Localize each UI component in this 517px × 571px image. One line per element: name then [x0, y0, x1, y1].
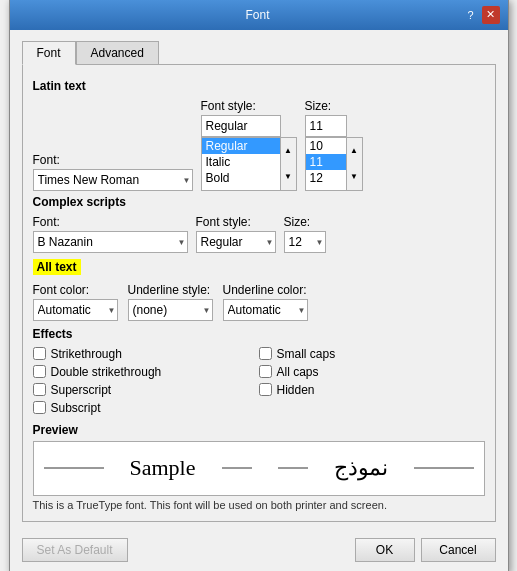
preview-line-right — [414, 467, 474, 469]
size-scrollbar[interactable]: ▲ ▼ — [347, 137, 363, 191]
hidden-row: Hidden — [259, 383, 485, 397]
size-scroll-down[interactable]: ▼ — [347, 164, 362, 190]
complex-scripts-label: Complex scripts — [33, 195, 485, 209]
latin-text-label: Latin text — [33, 79, 485, 93]
style-listbox[interactable]: Regular Italic Bold — [201, 137, 281, 191]
help-button[interactable]: ? — [462, 6, 480, 24]
style-scroll-down[interactable]: ▼ — [281, 164, 296, 190]
all-text-label: All text — [33, 259, 81, 275]
style-label: Font style: — [201, 99, 297, 113]
size-listbox-item[interactable]: 11 — [306, 154, 346, 170]
underline-color-label: Underline color: — [223, 283, 308, 297]
complex-size-select-wrapper: 12 ▼ — [284, 231, 326, 253]
preview-label: Preview — [33, 423, 485, 437]
complex-size-label: Size: — [284, 215, 326, 229]
size-field-group: Size: 10 11 12 ▲ ▼ — [305, 99, 363, 191]
dialog-body: Font Advanced Latin text Font: Times New… — [10, 30, 508, 530]
complex-style-label: Font style: — [196, 215, 276, 229]
underline-color-select-wrapper: Automatic ▼ — [223, 299, 308, 321]
strikethrough-row: Strikethrough — [33, 347, 259, 361]
underline-color-group: Underline color: Automatic ▼ — [223, 283, 308, 321]
double-strikethrough-checkbox[interactable] — [33, 365, 46, 378]
set-as-default-button[interactable]: Set As Default — [22, 538, 128, 562]
small-caps-label: Small caps — [277, 347, 336, 361]
style-listbox-item[interactable]: Bold — [202, 170, 280, 186]
size-listbox-wrapper: 10 11 12 ▲ ▼ — [305, 137, 363, 191]
small-caps-row: Small caps — [259, 347, 485, 361]
font-dialog: Font ? ✕ Font Advanced Latin text Font: … — [9, 0, 509, 571]
dialog-footer: Set As Default OK Cancel — [10, 530, 508, 572]
complex-style-select[interactable]: Regular — [196, 231, 276, 253]
all-caps-checkbox[interactable] — [259, 365, 272, 378]
tab-advanced[interactable]: Advanced — [76, 41, 159, 65]
style-scroll-up[interactable]: ▲ — [281, 138, 296, 164]
title-bar: Font ? ✕ — [10, 0, 508, 30]
subscript-checkbox[interactable] — [33, 401, 46, 414]
size-label: Size: — [305, 99, 363, 113]
preview-truetype-info: This is a TrueType font. This font will … — [33, 499, 485, 511]
style-scrollbar[interactable]: ▲ ▼ — [281, 137, 297, 191]
complex-size-field-group: Size: 12 ▼ — [284, 215, 326, 253]
complex-style-select-wrapper: Regular ▼ — [196, 231, 276, 253]
preview-line-left — [44, 467, 104, 469]
tab-font[interactable]: Font — [22, 41, 76, 65]
preview-box: Sample نموذج — [33, 441, 485, 496]
effects-label: Effects — [33, 327, 485, 341]
effects-col-2: Small caps All caps Hidden — [259, 347, 485, 415]
underline-style-select[interactable]: (none) — [128, 299, 213, 321]
all-caps-label: All caps — [277, 365, 319, 379]
strikethrough-label: Strikethrough — [51, 347, 122, 361]
font-label: Font: — [33, 153, 193, 167]
font-select[interactable]: Times New Roman — [33, 169, 193, 191]
all-text-row: Font color: Automatic ▼ Underline style: — [33, 283, 485, 321]
effects-col-1: Strikethrough Double strikethrough Super… — [33, 347, 259, 415]
tab-content: Latin text Font: Times New Roman ▼ Font … — [22, 64, 496, 522]
title-bar-controls: ? ✕ — [462, 6, 500, 24]
tab-bar: Font Advanced — [22, 40, 496, 64]
complex-font-field-group: Font: B Nazanin ▼ — [33, 215, 188, 253]
preview-line-mid2 — [278, 467, 308, 469]
font-color-label: Font color: — [33, 283, 118, 297]
font-color-select-wrapper: Automatic ▼ — [33, 299, 118, 321]
font-field-group: Font: Times New Roman ▼ — [33, 153, 193, 191]
underline-color-select[interactable]: Automatic — [223, 299, 308, 321]
preview-line-mid1 — [222, 467, 252, 469]
size-scroll-up[interactable]: ▲ — [347, 138, 362, 164]
font-color-select[interactable]: Automatic — [33, 299, 118, 321]
size-input[interactable] — [305, 115, 347, 137]
font-color-group: Font color: Automatic ▼ — [33, 283, 118, 321]
preview-arabic-text: نموذج — [334, 455, 388, 481]
superscript-label: Superscript — [51, 383, 112, 397]
complex-size-select[interactable]: 12 — [284, 231, 326, 253]
cancel-button[interactable]: Cancel — [421, 538, 496, 562]
style-listbox-item[interactable]: Italic — [202, 154, 280, 170]
subscript-row: Subscript — [33, 401, 259, 415]
double-strikethrough-label: Double strikethrough — [51, 365, 162, 379]
small-caps-checkbox[interactable] — [259, 347, 272, 360]
preview-sample-text: Sample — [130, 455, 196, 481]
all-caps-row: All caps — [259, 365, 485, 379]
superscript-checkbox[interactable] — [33, 383, 46, 396]
style-listbox-item[interactable]: Regular — [202, 138, 280, 154]
size-listbox-item[interactable]: 12 — [306, 170, 346, 186]
complex-font-select[interactable]: B Nazanin — [33, 231, 188, 253]
complex-font-label: Font: — [33, 215, 188, 229]
ok-button[interactable]: OK — [355, 538, 415, 562]
effects-section: Effects Strikethrough Double strikethrou… — [33, 327, 485, 415]
style-input[interactable] — [201, 115, 281, 137]
latin-text-row: Font: Times New Roman ▼ Font style: — [33, 99, 485, 191]
hidden-label: Hidden — [277, 383, 315, 397]
complex-scripts-row: Font: B Nazanin ▼ Font style: Regular — [33, 215, 485, 253]
superscript-row: Superscript — [33, 383, 259, 397]
complex-style-field-group: Font style: Regular ▼ — [196, 215, 276, 253]
double-strikethrough-row: Double strikethrough — [33, 365, 259, 379]
size-listbox-item[interactable]: 10 — [306, 138, 346, 154]
close-button[interactable]: ✕ — [482, 6, 500, 24]
effects-grid: Strikethrough Double strikethrough Super… — [33, 347, 485, 415]
font-select-wrapper: Times New Roman ▼ — [33, 169, 193, 191]
style-field-group: Font style: Regular Italic Bold ▲ ▼ — [201, 99, 297, 191]
strikethrough-checkbox[interactable] — [33, 347, 46, 360]
hidden-checkbox[interactable] — [259, 383, 272, 396]
size-listbox[interactable]: 10 11 12 — [305, 137, 347, 191]
subscript-label: Subscript — [51, 401, 101, 415]
